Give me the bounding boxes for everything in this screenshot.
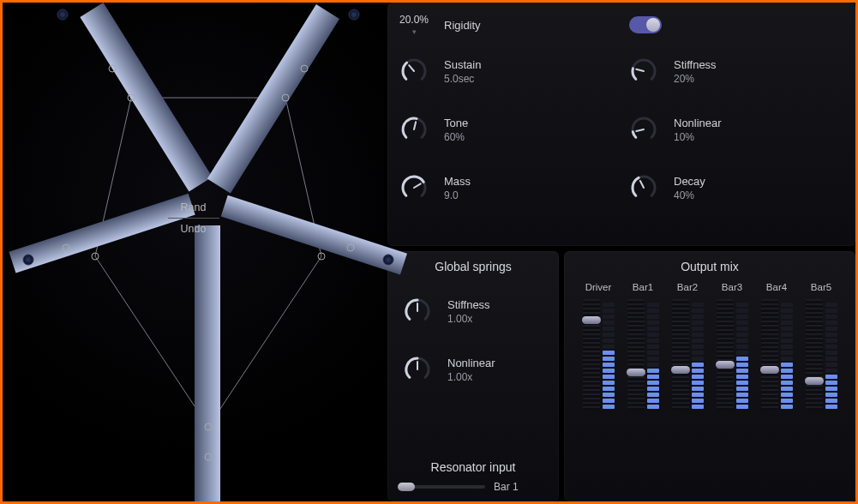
rigidity-value-dropdown[interactable]: 20.0% xyxy=(396,14,432,36)
nonlinear-value: 10% xyxy=(674,131,722,143)
slider-thumb-icon[interactable] xyxy=(805,377,824,385)
mass-label: Mass xyxy=(444,175,471,188)
randomize-button[interactable]: Rand xyxy=(168,198,219,217)
mix-column-label: Bar2 xyxy=(677,282,698,292)
bar-params-panel: 20.0% Rigidity Sustain 5.0sec xyxy=(387,3,855,246)
level-meter xyxy=(781,299,793,411)
decay-knob[interactable] xyxy=(629,173,658,202)
svg-line-2 xyxy=(208,256,321,427)
mix-column-label: Bar5 xyxy=(811,282,831,292)
divider xyxy=(168,218,219,219)
mix-level-slider[interactable] xyxy=(717,299,734,411)
undo-button[interactable]: Undo xyxy=(168,219,219,238)
level-meter xyxy=(825,299,837,411)
slider-thumb-icon[interactable] xyxy=(760,366,779,374)
resonator-input-slider[interactable] xyxy=(399,485,485,489)
mix-column: Bar2 xyxy=(669,282,706,411)
svg-point-23 xyxy=(383,255,393,265)
svg-line-27 xyxy=(636,69,644,71)
slider-thumb-icon[interactable] xyxy=(398,483,415,491)
svg-point-20 xyxy=(57,9,68,20)
resonator-input-title: Resonator input xyxy=(399,460,547,474)
decay-label: Decay xyxy=(674,175,705,188)
slider-thumb-icon[interactable] xyxy=(627,369,645,376)
bars-star-diagram[interactable]: Rand Undo xyxy=(3,3,384,501)
mix-column: Bar1 xyxy=(624,282,662,411)
mass-value: 9.0 xyxy=(444,189,471,201)
nonlinear-label: Nonlinear xyxy=(674,117,722,129)
stiffness-label: Stiffness xyxy=(674,58,717,71)
level-meter xyxy=(736,299,748,411)
svg-line-28 xyxy=(636,129,644,131)
output-mix-title: Output mix xyxy=(576,260,843,273)
mix-column: Bar4 xyxy=(758,282,795,411)
level-meter xyxy=(603,299,615,411)
svg-line-26 xyxy=(414,183,421,188)
mix-level-slider[interactable] xyxy=(806,299,823,411)
level-meter xyxy=(692,299,704,411)
mix-column: Bar3 xyxy=(713,282,751,411)
mix-column: Bar5 xyxy=(802,282,840,411)
svg-line-25 xyxy=(414,122,416,129)
mix-column-label: Bar1 xyxy=(633,282,653,292)
stiffness-knob[interactable] xyxy=(629,57,658,86)
output-mix-panel: Output mix DriverBar1Bar2Bar3Bar4Bar5 xyxy=(564,251,855,501)
mix-column-label: Driver xyxy=(585,282,612,292)
stiffness-value: 20% xyxy=(674,73,717,85)
global-springs-title: Global springs xyxy=(399,260,547,273)
global-nonlinear-label: Nonlinear xyxy=(447,357,495,369)
svg-rect-8 xyxy=(221,195,407,275)
resonator-input-value: Bar 1 xyxy=(494,481,519,493)
svg-point-21 xyxy=(349,9,359,20)
global-stiffness-value: 1.00x xyxy=(447,313,490,325)
mix-column-label: Bar3 xyxy=(722,282,742,292)
global-nonlinear-value: 1.00x xyxy=(447,371,495,383)
rigidity-label: Rigidity xyxy=(444,19,481,32)
sustain-value: 5.0sec xyxy=(444,73,481,85)
svg-line-29 xyxy=(640,181,644,188)
slider-thumb-icon[interactable] xyxy=(582,316,601,324)
sustain-label: Sustain xyxy=(444,58,481,71)
mix-level-slider[interactable] xyxy=(672,299,689,411)
slider-thumb-icon[interactable] xyxy=(716,361,735,369)
svg-point-22 xyxy=(23,255,33,265)
svg-line-3 xyxy=(95,256,208,427)
mix-column: Driver xyxy=(579,282,617,411)
slider-thumb-icon[interactable] xyxy=(671,366,690,374)
tone-value: 60% xyxy=(444,131,468,143)
resonator-bars[interactable] xyxy=(9,3,407,501)
right-section-toggle[interactable] xyxy=(629,16,662,33)
mix-column-label: Bar4 xyxy=(766,282,787,292)
level-meter xyxy=(647,299,659,411)
decay-value: 40% xyxy=(674,189,705,201)
nonlinear-knob[interactable] xyxy=(629,115,658,144)
tone-label: Tone xyxy=(444,117,468,129)
mix-level-slider[interactable] xyxy=(583,299,600,411)
svg-rect-5 xyxy=(80,3,212,191)
mix-level-slider[interactable] xyxy=(627,299,645,411)
svg-rect-6 xyxy=(207,4,339,193)
global-stiffness-label: Stiffness xyxy=(447,298,490,311)
mix-level-slider[interactable] xyxy=(761,299,778,411)
